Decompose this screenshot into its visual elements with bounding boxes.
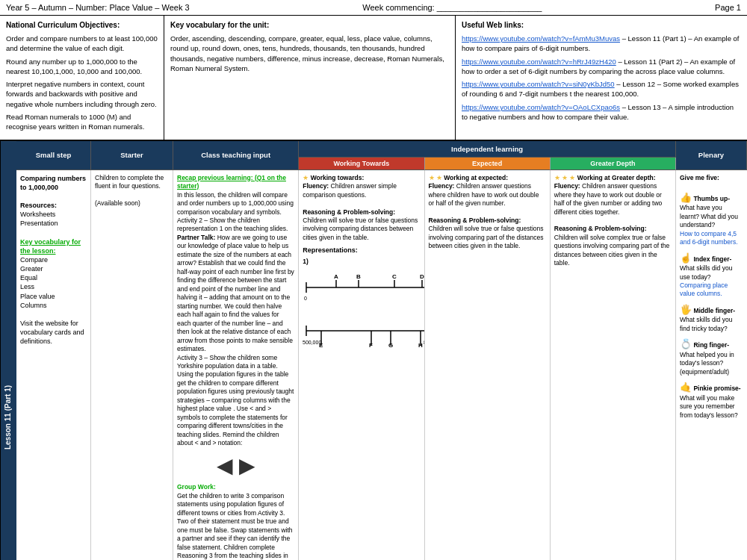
wl-url1[interactable]: https://www.youtube.com/watch?v=fAmMu3Mu… [462,34,620,43]
svg-text:B: B [356,273,361,280]
svg-text:E: E [319,342,323,349]
page-header: Year 5 – Autumn – Number: Place Value – … [0,0,747,16]
resources-label: Resources: [20,202,57,209]
web-links-box: Useful Web links: https://www.youtube.co… [456,16,747,140]
wl-url3[interactable]: https://www.youtube.com/watch?v=siN0yKbJ… [462,80,615,88]
gd-title: Working at Greater depth: [577,174,656,181]
partner-talk-label: Partner Talk: [177,234,215,241]
gd-star: ★ ★ ★ [554,174,577,181]
gd-rs-text: Children will solve complex true or fals… [554,234,670,267]
col-header-teaching: Class teaching input [173,141,299,170]
starter-available: (Available soon) [95,199,140,207]
info-section: National Curriculum Objectives: Order an… [0,16,747,141]
wt-rs-label: Reasoning & Problem-solving: [303,208,395,216]
activity3-text: Activity 3 – Show the children some York… [177,354,294,447]
plenary-middle: 🖐 Middle finger- What skills did you fin… [680,303,743,333]
teaching-input-cell: Recap previous learning: (Q1 on the star… [173,170,299,560]
body-grid: Small step Starter Class teaching input … [16,141,747,560]
number-line-2: 500,000 800,000 E F G H [303,308,424,349]
exp-title: Working at expected: [444,174,508,181]
rep-item1-label: 1) [303,258,420,266]
gd-fluency-label: Fluency: [554,182,580,190]
exp-star1: ★ ★ [429,174,444,181]
nc-title: National Curriculum Objectives: [6,20,158,31]
plenary-thumbs: 👍 Thumbs up- What have you learnt? What … [680,191,743,247]
svg-text:D: D [420,273,424,280]
exp-rs-text: Children will solve true or false questi… [429,225,544,249]
recap-label: Recap previous learning: (Q1 on the star… [177,174,286,190]
vocab-label: Key vocabulary for the lesson: [20,238,81,255]
plenary-ring: 💍 Ring finger- What helped you in today'… [680,337,743,376]
nc-item-4: Read Roman numerals to 1000 (M) and reco… [6,112,158,132]
plenary-title: Give me five: [680,174,719,181]
plenary-link2: Comparing place value columns. [680,281,728,297]
plenary-pinkie: 🤙 Pinkie promise- What will you make sur… [680,381,743,420]
plenary-link1: How to compare 4,5 and 6-digit numbers. [680,230,738,246]
col-header-starter: Starter [91,141,173,170]
wt-title: Working towards: [311,174,365,181]
wt-fluency-label: Fluency: [303,182,329,190]
svg-text:A: A [334,273,338,280]
small-step-cell: Comparing numbers to 1,000,000 Resources… [16,170,91,560]
group-work-text: Get the children to write 3 comparison s… [177,492,293,560]
wl-title: Useful Web links: [462,20,741,31]
representations-section: Representations: 1) 0 1,000,000 [303,246,420,352]
wt-star: ★ [303,174,310,181]
partner-talk-text: How are we going to use our knowledge of… [177,234,294,352]
kv-text: Order, ascending, descending, compare, g… [170,34,449,73]
header-right: Page 1 [715,3,741,12]
svg-text:C: C [392,273,397,280]
wl-link2[interactable]: https://www.youtube.com/watch?v=hRrJ49zH… [462,57,741,77]
expected-cell: ★ ★ Working at expected: Fluency: Childr… [425,170,551,560]
number-line-1: 0 1,000,000 A B C D [303,269,424,302]
lesson-sidebar-label: Lesson 11 (Part 1) [0,141,16,560]
gd-rs-label: Reasoning & Problem-solving: [554,225,647,232]
vocab-items: CompareGreaterEqualLessPlace valueColumn… [20,256,55,309]
svg-text:0: 0 [304,296,307,301]
kv-title: Key vocabulary for the unit: [170,20,449,31]
national-curriculum-box: National Curriculum Objectives: Order an… [0,16,164,140]
col-header-independent: Independent learning [299,141,676,158]
greater-depth-cell: ★ ★ ★ Working at Greater depth: Fluency:… [551,170,676,560]
group-work-label: Group Work: [177,483,216,491]
plenary-index: ☝ Index finger- What skills did you use … [680,252,743,299]
activity2-text: Activity 2 – Show the children represent… [177,217,288,232]
rep-label: Representations: [303,246,420,255]
vocab-extra: Visit the website for vocabulary cards a… [20,320,84,345]
key-vocab-box: Key vocabulary for the unit: Order, asce… [164,16,456,140]
plenary-cell: Give me five: 👍 Thumbs up- What have you… [676,170,747,560]
wl-url2[interactable]: https://www.youtube.com/watch?v=hRrJ49zH… [462,57,616,66]
page-wrapper: Year 5 – Autumn – Number: Place Value – … [0,0,747,560]
col-header-gd: Greater Depth [551,158,676,170]
wl-link1[interactable]: https://www.youtube.com/watch?v=fAmMu3Mu… [462,34,741,54]
starter-cell: Children to complete the fluent in four … [91,170,173,560]
col-header-exp: Expected [425,158,551,170]
col-header-wt: Working Towards [299,158,424,170]
col-header-plenary: Plenary [676,141,747,170]
header-left: Year 5 – Autumn – Number: Place Value – … [6,3,190,12]
nc-item-3: Interpret negative numbers in context, c… [6,79,158,109]
svg-text:F: F [369,342,373,349]
svg-text:H: H [418,342,423,349]
wl-link4[interactable]: https://www.youtube.com/watch?v=OAoLCXpa… [462,102,741,122]
wl-link3[interactable]: https://www.youtube.com/watch?v=siN0yKbJ… [462,79,741,99]
comparison-arrows: ◀ ▶ [177,452,294,480]
svg-text:G: G [388,342,393,349]
exp-fluency-label: Fluency: [429,182,455,190]
nc-item-1: Order and compare numbers to at least 10… [6,34,158,54]
main-content: Lesson 11 (Part 1) Small step Starter Cl… [0,141,747,560]
working-towards-cell: ★ Working towards: Fluency: Children ans… [299,170,424,560]
nc-item-2: Round any number up to 1,000,000 to the … [6,57,158,77]
small-step-title: Comparing numbers to 1,000,000 [20,175,86,191]
header-center: Week commencing: _______________________ [362,3,542,12]
wt-rs-text: Children will solve true or false questi… [303,217,418,241]
wl-url4[interactable]: https://www.youtube.com/watch?v=OAoLCXpa… [462,103,620,111]
col-header-small-step: Small step [16,141,91,170]
starter-text: Children to complete the fluent in four … [95,174,164,190]
exp-rs-label: Reasoning & Problem-solving: [429,217,521,224]
intro-text: In this lesson, the children will compar… [177,191,294,216]
resources-text: WorksheetsPresentation [20,211,58,227]
